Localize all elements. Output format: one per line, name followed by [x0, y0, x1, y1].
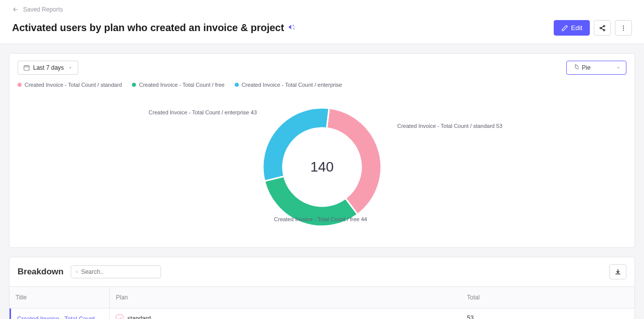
legend-label: Created Invoice - Total Count / standard	[25, 82, 122, 88]
slice-label-standard: Created Invoice - Total Count / standard…	[397, 123, 503, 129]
pie-chart-icon	[572, 64, 579, 71]
legend-item: Created Invoice - Total Count / free	[132, 82, 224, 88]
donut-chart: 140 Created Invoice - Total Count / stan…	[18, 92, 626, 242]
breakdown-card: Breakdown Title Created Invoice - Total …	[9, 257, 635, 319]
chevron-down-icon	[68, 65, 73, 70]
side-header: Title	[10, 287, 109, 308]
slice-label-free: Created Invoice - Total Count / free 44	[274, 216, 367, 222]
svg-point-3	[623, 25, 624, 26]
legend-label: Created Invoice - Total Count / free	[139, 82, 224, 88]
plan-total: 53	[461, 308, 634, 319]
arrow-left-icon	[12, 6, 19, 13]
svg-point-7	[76, 271, 78, 273]
swatch-standard	[18, 83, 22, 87]
check-standard[interactable]	[116, 314, 123, 319]
page-title: Activated users by plan who created an i…	[12, 22, 284, 34]
viz-type-dropdown[interactable]: Pie	[566, 61, 626, 75]
svg-point-4	[623, 28, 624, 29]
plan-name: standard	[127, 315, 151, 320]
back-to-saved-reports[interactable]: Saved Reports	[12, 6, 63, 13]
svg-rect-6	[24, 66, 30, 70]
date-range-dropdown[interactable]: Last 7 days	[18, 61, 78, 75]
search-input[interactable]	[81, 268, 156, 275]
swatch-enterprise	[235, 83, 239, 87]
date-range-label: Last 7 days	[33, 64, 64, 71]
legend-label: Created Invoice - Total Count / enterpri…	[242, 82, 342, 88]
swatch-free	[132, 83, 136, 87]
viz-type-label: Pie	[582, 64, 590, 71]
calendar-icon	[23, 64, 30, 71]
breakdown-title: Breakdown	[18, 267, 64, 277]
chart-legend: Created Invoice - Total Count / standard…	[18, 82, 626, 88]
column-plan: Plan	[110, 287, 461, 308]
column-total: Total	[461, 287, 634, 308]
more-options-button[interactable]	[615, 20, 632, 36]
legend-item: Created Invoice - Total Count / enterpri…	[235, 82, 342, 88]
megaphone-icon[interactable]	[288, 23, 296, 33]
share-icon	[599, 25, 606, 32]
search-icon	[75, 268, 78, 275]
slice-label-enterprise: Created Invoice - Total Count / enterpri…	[148, 109, 257, 115]
svg-point-5	[623, 30, 624, 31]
chart-card: Last 7 days Pie Created Invoice - Total …	[9, 53, 635, 248]
breakdown-table: Plan Total standard 53 free 44	[110, 287, 634, 319]
chevron-down-icon	[616, 65, 621, 70]
share-button[interactable]	[594, 20, 611, 36]
breakdown-search[interactable]	[71, 265, 161, 278]
download-button[interactable]	[609, 264, 626, 279]
more-vertical-icon	[620, 25, 627, 32]
pencil-icon	[561, 25, 568, 32]
download-icon	[614, 268, 621, 275]
edit-label: Edit	[571, 24, 582, 32]
breakdown-sidebar: Title Created Invoice - Total Count Crea…	[10, 287, 110, 319]
edit-button[interactable]: Edit	[554, 20, 590, 36]
donut-total: 140	[310, 159, 334, 175]
back-label: Saved Reports	[23, 6, 63, 13]
legend-item: Created Invoice - Total Count / standard	[18, 82, 122, 88]
table-row: standard 53	[110, 308, 634, 319]
sidebar-item-created-invoice[interactable]: Created Invoice - Total Count	[10, 308, 109, 319]
